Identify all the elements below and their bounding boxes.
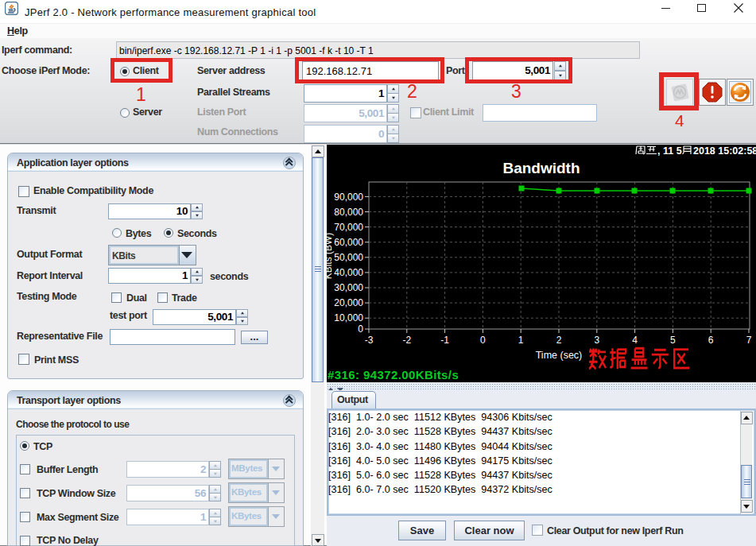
svg-text:, 11 5: , 11 5: [657, 145, 682, 157]
svg-text:6: 6: [708, 335, 714, 346]
svg-text:10,000: 10,000: [334, 312, 363, 323]
svg-text:0: 0: [358, 323, 363, 335]
svg-text:Time (sec): Time (sec): [536, 350, 583, 361]
svg-text:-2: -2: [402, 335, 411, 346]
svg-text:#316: 94372.00KBits/s: #316: 94372.00KBits/s: [328, 368, 459, 381]
svg-text:50,000: 50,000: [334, 252, 363, 263]
svg-text:70,000: 70,000: [334, 222, 363, 233]
svg-text:4: 4: [632, 335, 638, 346]
svg-text:KBits (BW): KBits (BW): [327, 233, 334, 280]
svg-text:7: 7: [746, 335, 752, 346]
svg-text:2018 15:02:58: 2018 15:02:58: [693, 145, 756, 157]
svg-text:1: 1: [518, 335, 524, 346]
svg-text:-3: -3: [365, 335, 374, 346]
svg-text:0: 0: [480, 335, 486, 346]
svg-text:-1: -1: [440, 335, 449, 346]
svg-text:2: 2: [556, 335, 562, 346]
svg-text:60,000: 60,000: [334, 237, 363, 248]
svg-text:Bandwidth: Bandwidth: [502, 160, 580, 176]
svg-text:90,000: 90,000: [334, 192, 363, 203]
svg-text:30,000: 30,000: [334, 282, 363, 293]
svg-text:20,000: 20,000: [334, 297, 363, 308]
svg-text:3: 3: [594, 335, 599, 346]
svg-text:80,000: 80,000: [334, 207, 363, 218]
svg-text:40,000: 40,000: [334, 267, 363, 278]
svg-text:5: 5: [670, 335, 676, 346]
